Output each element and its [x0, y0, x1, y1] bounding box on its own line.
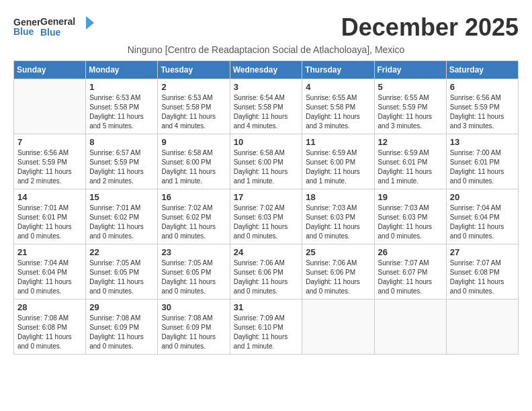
calendar-cell: 8Sunrise: 6:57 AMSunset: 5:59 PMDaylight…	[86, 134, 158, 189]
day-number: 10	[234, 137, 299, 147]
calendar-cell: 21Sunrise: 7:04 AMSunset: 6:04 PMDayligh…	[14, 244, 86, 300]
calendar-cell: 14Sunrise: 7:01 AMSunset: 6:01 PMDayligh…	[14, 189, 86, 244]
day-number: 17	[234, 192, 299, 202]
day-info: Sunrise: 6:58 AMSunset: 6:00 PMDaylight:…	[161, 148, 226, 186]
calendar-cell: 29Sunrise: 7:08 AMSunset: 6:09 PMDayligh…	[86, 300, 158, 355]
day-info: Sunrise: 6:56 AMSunset: 5:59 PMDaylight:…	[17, 148, 82, 186]
day-info: Sunrise: 7:03 AMSunset: 6:03 PMDaylight:…	[306, 203, 370, 241]
day-number: 9	[161, 137, 226, 147]
weekday-header-monday: Monday	[86, 61, 158, 79]
logo: General Blue General Blue	[13, 13, 101, 40]
day-number: 4	[306, 82, 370, 92]
day-info: Sunrise: 7:08 AMSunset: 6:09 PMDaylight:…	[89, 314, 154, 351]
calendar-cell: 11Sunrise: 6:59 AMSunset: 6:00 PMDayligh…	[302, 134, 374, 189]
svg-text:General: General	[40, 16, 75, 27]
svg-text:Blue: Blue	[40, 27, 61, 38]
day-info: Sunrise: 7:07 AMSunset: 6:08 PMDaylight:…	[450, 259, 515, 296]
calendar-cell: 17Sunrise: 7:02 AMSunset: 6:03 PMDayligh…	[230, 189, 302, 244]
svg-marker-4	[86, 16, 94, 30]
svg-text:Blue: Blue	[13, 26, 34, 37]
day-info: Sunrise: 7:01 AMSunset: 6:01 PMDaylight:…	[17, 203, 82, 241]
day-info: Sunrise: 7:02 AMSunset: 6:02 PMDaylight:…	[161, 203, 226, 241]
calendar-cell: 15Sunrise: 7:01 AMSunset: 6:02 PMDayligh…	[86, 189, 158, 244]
day-info: Sunrise: 6:54 AMSunset: 5:58 PMDaylight:…	[234, 93, 299, 131]
day-info: Sunrise: 6:55 AMSunset: 5:58 PMDaylight:…	[306, 93, 370, 131]
calendar-cell: 28Sunrise: 7:08 AMSunset: 6:08 PMDayligh…	[14, 300, 86, 355]
day-info: Sunrise: 7:06 AMSunset: 6:06 PMDaylight:…	[306, 259, 370, 296]
calendar-cell: 7Sunrise: 6:56 AMSunset: 5:59 PMDaylight…	[14, 134, 86, 189]
week-row-2: 7Sunrise: 6:56 AMSunset: 5:59 PMDaylight…	[14, 134, 519, 189]
day-number: 30	[161, 302, 226, 312]
day-number: 23	[161, 247, 226, 257]
calendar-cell	[374, 300, 446, 355]
calendar-cell: 23Sunrise: 7:05 AMSunset: 6:05 PMDayligh…	[158, 244, 230, 300]
day-number: 22	[89, 247, 154, 257]
day-number: 12	[378, 137, 443, 147]
day-info: Sunrise: 7:04 AMSunset: 6:04 PMDaylight:…	[17, 259, 82, 296]
day-info: Sunrise: 7:09 AMSunset: 6:10 PMDaylight:…	[234, 314, 299, 351]
day-info: Sunrise: 6:59 AMSunset: 6:01 PMDaylight:…	[378, 148, 443, 186]
calendar-cell: 10Sunrise: 6:58 AMSunset: 6:00 PMDayligh…	[230, 134, 302, 189]
calendar-cell	[14, 79, 86, 134]
weekday-header-friday: Friday	[374, 61, 446, 79]
subtitle: Ninguno [Centro de Readaptacion Social d…	[13, 44, 519, 55]
weekday-header-thursday: Thursday	[302, 61, 374, 79]
calendar-cell: 9Sunrise: 6:58 AMSunset: 6:00 PMDaylight…	[158, 134, 230, 189]
day-number: 25	[306, 247, 370, 257]
calendar-cell: 2Sunrise: 6:53 AMSunset: 5:58 PMDaylight…	[158, 79, 230, 134]
day-number: 1	[89, 82, 154, 92]
day-info: Sunrise: 7:05 AMSunset: 6:05 PMDaylight:…	[161, 259, 226, 296]
calendar-cell: 18Sunrise: 7:03 AMSunset: 6:03 PMDayligh…	[302, 189, 374, 244]
day-number: 6	[450, 82, 515, 92]
calendar-cell: 5Sunrise: 6:55 AMSunset: 5:59 PMDaylight…	[374, 79, 446, 134]
calendar-cell: 27Sunrise: 7:07 AMSunset: 6:08 PMDayligh…	[446, 244, 518, 300]
calendar-cell: 25Sunrise: 7:06 AMSunset: 6:06 PMDayligh…	[302, 244, 374, 300]
calendar-cell: 1Sunrise: 6:53 AMSunset: 5:58 PMDaylight…	[86, 79, 158, 134]
day-info: Sunrise: 7:01 AMSunset: 6:02 PMDaylight:…	[89, 203, 154, 241]
week-row-1: 1Sunrise: 6:53 AMSunset: 5:58 PMDaylight…	[14, 79, 519, 134]
day-info: Sunrise: 6:53 AMSunset: 5:58 PMDaylight:…	[89, 93, 154, 131]
day-info: Sunrise: 6:56 AMSunset: 5:59 PMDaylight:…	[450, 93, 515, 131]
day-number: 16	[161, 192, 226, 202]
calendar-cell: 26Sunrise: 7:07 AMSunset: 6:07 PMDayligh…	[374, 244, 446, 300]
calendar-cell: 20Sunrise: 7:04 AMSunset: 6:04 PMDayligh…	[446, 189, 518, 244]
weekday-header-sunday: Sunday	[14, 61, 86, 79]
calendar-cell	[302, 300, 374, 355]
page-header: General Blue General Blue December 2025	[13, 13, 519, 42]
calendar-cell: 22Sunrise: 7:05 AMSunset: 6:05 PMDayligh…	[86, 244, 158, 300]
day-info: Sunrise: 6:58 AMSunset: 6:00 PMDaylight:…	[234, 148, 299, 186]
day-number: 18	[306, 192, 370, 202]
weekday-header-tuesday: Tuesday	[158, 61, 230, 79]
day-number: 24	[234, 247, 299, 257]
day-number: 5	[378, 82, 443, 92]
day-number: 13	[450, 137, 515, 147]
day-info: Sunrise: 7:04 AMSunset: 6:04 PMDaylight:…	[450, 203, 515, 241]
logo-icon: General Blue	[13, 13, 40, 40]
day-number: 28	[17, 302, 82, 312]
calendar-cell: 6Sunrise: 6:56 AMSunset: 5:59 PMDaylight…	[446, 79, 518, 134]
day-info: Sunrise: 7:08 AMSunset: 6:09 PMDaylight:…	[161, 314, 226, 351]
day-number: 27	[450, 247, 515, 257]
day-number: 19	[378, 192, 443, 202]
day-info: Sunrise: 7:06 AMSunset: 6:06 PMDaylight:…	[234, 259, 299, 296]
day-info: Sunrise: 6:55 AMSunset: 5:59 PMDaylight:…	[378, 93, 443, 131]
weekday-header-wednesday: Wednesday	[230, 61, 302, 79]
week-row-4: 21Sunrise: 7:04 AMSunset: 6:04 PMDayligh…	[14, 244, 519, 300]
day-info: Sunrise: 7:00 AMSunset: 6:01 PMDaylight:…	[450, 148, 515, 186]
day-number: 20	[450, 192, 515, 202]
day-number: 3	[234, 82, 299, 92]
calendar-table: SundayMondayTuesdayWednesdayThursdayFrid…	[13, 60, 519, 355]
day-info: Sunrise: 7:02 AMSunset: 6:03 PMDaylight:…	[234, 203, 299, 241]
calendar-cell: 13Sunrise: 7:00 AMSunset: 6:01 PMDayligh…	[446, 134, 518, 189]
month-title: December 2025	[341, 13, 519, 42]
calendar-cell: 24Sunrise: 7:06 AMSunset: 6:06 PMDayligh…	[230, 244, 302, 300]
day-info: Sunrise: 6:53 AMSunset: 5:58 PMDaylight:…	[161, 93, 226, 131]
day-info: Sunrise: 6:57 AMSunset: 5:59 PMDaylight:…	[89, 148, 154, 186]
day-number: 31	[234, 302, 299, 312]
title-block: December 2025	[341, 13, 519, 42]
day-number: 7	[17, 137, 82, 147]
day-info: Sunrise: 7:07 AMSunset: 6:07 PMDaylight:…	[378, 259, 443, 296]
weekday-header-saturday: Saturday	[446, 61, 518, 79]
day-number: 15	[89, 192, 154, 202]
day-number: 21	[17, 247, 82, 257]
